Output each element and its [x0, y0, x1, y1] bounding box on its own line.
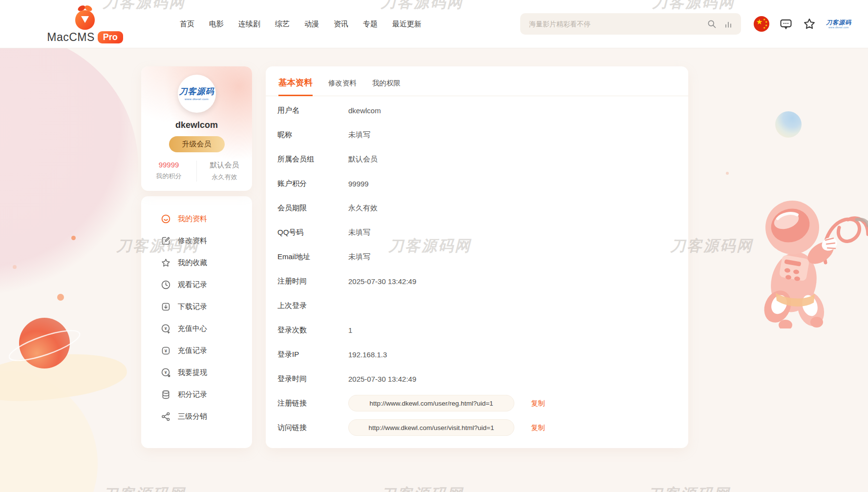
link-url-input[interactable] — [348, 419, 514, 436]
planet-icon — [9, 310, 82, 379]
sidebar-menu-item[interactable]: ¥ 充值记录 — [141, 340, 252, 362]
nav-item[interactable]: 电影 — [209, 20, 224, 29]
orange-dot-decor — [57, 294, 64, 301]
field-value: 2025-07-30 13:42:49 — [348, 277, 416, 286]
field-row: 注册时间 2025-07-30 13:42:49 — [277, 269, 677, 293]
field-label: 注册链接 — [277, 399, 348, 408]
search-input[interactable] — [528, 20, 707, 28]
field-value: 1 — [348, 326, 352, 334]
main-nav: 首页电影连续剧综艺动漫资讯专题最近更新 — [180, 20, 422, 29]
field-row: 会员期限 永久有效 — [277, 196, 677, 220]
site-logo[interactable]: MacCMS Pro — [48, 4, 122, 44]
stat-item: 默认会员 永久有效 — [196, 161, 252, 182]
stat-item: 99999 我的积分 — [141, 161, 196, 182]
tab-bar: 基本资料修改资料我的权限 — [266, 66, 688, 96]
link-url-input[interactable] — [348, 395, 514, 411]
link-field-row: 注册链接 复制 — [277, 391, 677, 415]
pink-circle-decor — [0, 33, 138, 299]
brand-name: MacCMS — [47, 31, 95, 44]
field-label: 登录IP — [277, 350, 348, 359]
avatar[interactable]: 刀客源码 www.dkewl.com — [178, 75, 216, 113]
svg-text:¥: ¥ — [165, 370, 167, 375]
field-value: dkewlcom — [348, 106, 381, 115]
tab[interactable]: 基本资料 — [278, 77, 313, 96]
brand-badge: Pro — [98, 31, 123, 43]
field-row: 所属会员组 默认会员 — [277, 147, 677, 171]
field-value: 默认会员 — [348, 155, 378, 164]
search-icon[interactable] — [707, 19, 717, 29]
field-label: 注册时间 — [277, 277, 348, 286]
sidebar-menu-item[interactable]: 观看记录 — [141, 274, 252, 296]
sidebar-menu-item[interactable]: ¥ 我要提现 — [141, 362, 252, 384]
nav-item[interactable]: 最近更新 — [392, 20, 422, 29]
upgrade-member-button[interactable]: 升级会员 — [169, 136, 225, 152]
tab[interactable]: 我的权限 — [372, 79, 401, 96]
astronaut-icon — [752, 189, 868, 328]
stat-label: 永久有效 — [212, 173, 237, 182]
sidebar-menu-item[interactable]: 我的资料 — [141, 208, 252, 230]
download-history-icon — [161, 302, 171, 312]
field-label: 昵称 — [277, 130, 348, 140]
edit-icon — [161, 236, 171, 246]
field-row: 登录IP 192.168.1.3 — [277, 342, 677, 367]
sidebar: 刀客源码 www.dkewl.com dkewlcom 升级会员 99999 我… — [141, 66, 252, 448]
nav-item[interactable]: 综艺 — [275, 20, 290, 29]
field-label: 登录时间 — [277, 374, 348, 384]
sidebar-menu-item[interactable]: 修改资料 — [141, 230, 252, 252]
copy-button[interactable]: 复制 — [531, 423, 545, 432]
watermark: 刀客源码网 — [381, 484, 464, 492]
pink-dot-decor — [13, 265, 17, 269]
sidebar-menu-item[interactable]: 下载记录 — [141, 296, 252, 318]
field-row: Email地址 未填写 — [277, 245, 677, 269]
moon-decor — [775, 111, 802, 138]
sidebar-menu: 我的资料 修改资料 我的收藏 观看记录 — [141, 196, 252, 448]
sidebar-menu-item[interactable]: 三级分销 — [141, 406, 252, 428]
field-label: 会员期限 — [277, 204, 348, 213]
sidebar-menu-item[interactable]: 我的收藏 — [141, 252, 252, 274]
field-label: Email地址 — [277, 252, 348, 262]
cream-circle-decor — [0, 371, 98, 492]
china-flag-icon[interactable]: ★★★★★ — [754, 16, 769, 32]
nav-item[interactable]: 动漫 — [304, 20, 319, 29]
field-row: QQ号码 未填写 — [277, 220, 677, 245]
field-row: 上次登录 — [277, 293, 677, 318]
message-icon[interactable] — [779, 17, 793, 31]
stat-value: 99999 — [159, 161, 179, 169]
sidebar-menu-item[interactable]: 积分记录 — [141, 384, 252, 406]
copy-button[interactable]: 复制 — [531, 399, 545, 408]
header-icons: ★★★★★ 刀客源码 www.dkewl.com — [754, 16, 851, 32]
nav-item[interactable]: 专题 — [363, 20, 378, 29]
field-label: 所属会员组 — [277, 155, 348, 164]
stat-label: 我的积分 — [156, 172, 182, 181]
menu-item-label: 三级分销 — [178, 412, 207, 421]
orange-dot-decor — [71, 236, 76, 240]
dkewl-logo[interactable]: 刀客源码 www.dkewl.com — [826, 20, 851, 29]
menu-item-label: 修改资料 — [178, 236, 207, 246]
search-box — [520, 13, 741, 35]
field-value: 未填写 — [348, 130, 370, 140]
menu-item-label: 我的收藏 — [178, 258, 207, 267]
field-label: 账户积分 — [277, 179, 348, 188]
field-label: 访问链接 — [277, 423, 348, 432]
menu-item-label: 我的资料 — [178, 214, 207, 224]
field-value: 未填写 — [348, 228, 370, 237]
watermark: 刀客源码网 — [647, 484, 730, 492]
nav-item[interactable]: 连续剧 — [238, 20, 260, 29]
menu-item-label: 积分记录 — [178, 390, 207, 399]
menu-item-label: 我要提现 — [178, 368, 207, 377]
ranking-bars-icon[interactable] — [723, 19, 733, 29]
distribution-icon — [161, 411, 171, 422]
profile-card: 刀客源码 www.dkewl.com dkewlcom 升级会员 99999 我… — [141, 66, 252, 191]
strawberry-logo-icon — [72, 4, 98, 30]
field-label: 用户名 — [277, 106, 348, 115]
favorites-star-icon[interactable] — [803, 17, 816, 31]
field-label: 上次登录 — [277, 301, 348, 310]
fields-list: 用户名 dkewlcom 昵称 未填写 所属会员组 默认会员 账户积分 — [266, 96, 688, 440]
stat-value: 默认会员 — [210, 161, 239, 170]
tab[interactable]: 修改资料 — [328, 79, 357, 96]
recharge-history-icon: ¥ — [161, 346, 171, 356]
nav-item[interactable]: 首页 — [180, 20, 194, 29]
sidebar-menu-item[interactable]: ¥ 充值中心 — [141, 318, 252, 340]
field-label: 登录次数 — [277, 326, 348, 335]
nav-item[interactable]: 资讯 — [334, 20, 348, 29]
